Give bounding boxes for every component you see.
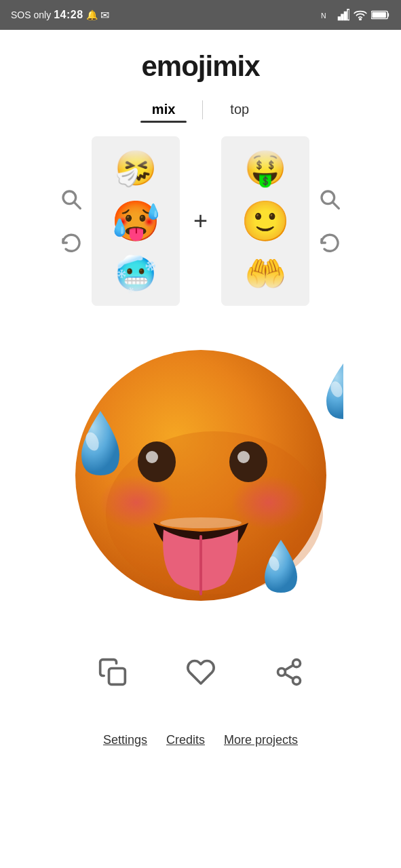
result-area — [0, 326, 401, 618]
svg-point-17 — [146, 451, 158, 463]
svg-point-18 — [229, 441, 267, 482]
battery-icon — [371, 9, 390, 20]
signal-icon — [337, 9, 349, 21]
result-emoji — [55, 326, 347, 618]
svg-line-9 — [75, 203, 81, 209]
svg-point-20 — [160, 517, 242, 528]
app-title: emojimix — [141, 50, 259, 83]
sos-text: SOS only — [11, 9, 51, 20]
action-bar — [0, 652, 401, 692]
right-search-icon — [319, 189, 341, 210]
share-button[interactable] — [269, 652, 309, 692]
right-emoji-scroll[interactable]: 🤑 🙂 🤲 — [221, 136, 309, 306]
picker-area: 🤧 🥵 🥶 + 🤑 🙂 🤲 — [0, 136, 401, 306]
right-emoji-top: 🤑 — [244, 151, 286, 185]
email-icon: ✉ — [100, 9, 109, 22]
left-emoji-scroll[interactable]: 🤧 🥵 🥶 — [92, 136, 180, 306]
svg-rect-2 — [341, 14, 343, 20]
svg-point-15 — [231, 475, 306, 530]
status-right: N — [321, 9, 390, 21]
tab-top[interactable]: top — [203, 96, 276, 123]
left-refresh-button[interactable] — [58, 229, 85, 256]
svg-line-28 — [284, 674, 293, 679]
left-picker-icons — [58, 186, 85, 256]
like-button[interactable] — [180, 652, 221, 692]
right-picker-icons — [316, 186, 343, 256]
result-emoji-svg — [58, 330, 343, 614]
right-refresh-icon — [319, 232, 341, 254]
bell-icon: 🔔 — [86, 9, 98, 20]
left-search-button[interactable] — [58, 186, 85, 213]
right-refresh-button[interactable] — [316, 229, 343, 256]
svg-rect-3 — [345, 12, 347, 20]
more-projects-link[interactable]: More projects — [224, 733, 298, 747]
left-emoji-selected: 🥵 — [111, 201, 160, 241]
svg-line-29 — [284, 665, 293, 670]
svg-rect-1 — [339, 17, 341, 20]
plus-sign: + — [193, 209, 208, 233]
left-emoji-bottom: 🥶 — [115, 257, 157, 291]
right-search-button[interactable] — [316, 186, 343, 213]
tab-mix[interactable]: mix — [125, 96, 202, 123]
right-emoji-selected: 🙂 — [241, 201, 290, 241]
left-search-icon — [60, 189, 82, 210]
svg-point-19 — [237, 451, 250, 463]
status-bar: SOS only 14:28 🔔 ✉ N — [0, 0, 401, 30]
svg-line-11 — [333, 203, 339, 209]
status-left: SOS only 14:28 🔔 ✉ — [11, 9, 109, 22]
svg-point-16 — [138, 441, 176, 482]
copy-button[interactable] — [92, 652, 133, 692]
svg-point-5 — [360, 18, 361, 20]
svg-rect-7 — [372, 12, 386, 18]
wifi-icon — [354, 9, 367, 20]
left-refresh-icon — [60, 232, 82, 254]
settings-link[interactable]: Settings — [103, 733, 147, 747]
copy-icon — [98, 657, 128, 687]
nfc-icon: N — [321, 9, 333, 21]
heart-icon — [186, 657, 216, 687]
svg-text:N: N — [321, 12, 326, 20]
share-icon — [274, 657, 304, 687]
tab-bar: mix top — [125, 96, 276, 123]
left-emoji-top: 🤧 — [115, 151, 157, 185]
right-emoji-bottom: 🤲 — [244, 257, 286, 291]
svg-rect-24 — [109, 669, 125, 685]
status-time: 14:28 — [54, 9, 83, 21]
svg-rect-4 — [347, 9, 349, 20]
footer: Settings Credits More projects — [103, 733, 298, 747]
credits-link[interactable]: Credits — [166, 733, 205, 747]
